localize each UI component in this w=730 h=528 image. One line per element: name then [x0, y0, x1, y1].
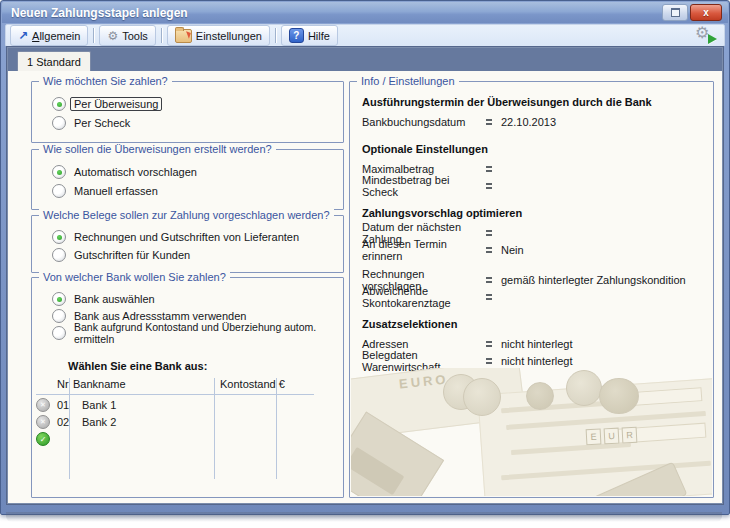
row-value: gemäß hinterlegter Zahlungskondition	[501, 274, 686, 286]
bank-row-new[interactable]	[36, 431, 335, 447]
help-icon: ?	[289, 28, 304, 43]
coin-shape	[599, 378, 639, 414]
row-value: Nein	[501, 244, 524, 256]
row-label: Bankbuchungsdatum	[362, 116, 486, 128]
eur-letter: R	[622, 427, 638, 444]
title-bar[interactable]: Neuen Zahlungsstapel anlegen x	[2, 2, 728, 23]
info-section-optionale: Optionale Einstellungen Maximalbetrag Mi…	[362, 143, 705, 194]
info-row: Belegdaten Warenwirtschaft nicht hinterl…	[362, 352, 705, 369]
form-line	[501, 461, 711, 481]
transfer-form-shape	[477, 378, 712, 496]
bank-table-header: Nr Bankname Kontostand €	[36, 378, 335, 393]
circle-x-icon	[36, 398, 50, 412]
folder-settings-icon	[175, 29, 192, 43]
toolbar-separator	[93, 28, 94, 43]
window-title: Neuen Zahlungsstapel anlegen	[2, 6, 188, 20]
group-title: Von welcher Bank wollen Sie zahlen?	[39, 271, 230, 283]
info-row: Mindestbetrag bei Scheck	[362, 177, 705, 194]
group-title: Wie sollen die Überweisungen erstellt we…	[39, 143, 276, 155]
circle-check-icon	[36, 432, 50, 446]
group-title: Wie möchten Sie zahlen?	[39, 75, 172, 87]
cell-nr: 02	[57, 416, 72, 428]
radio-manuell[interactable]: Manuell erfassen	[52, 183, 158, 199]
equals-icon	[486, 119, 492, 125]
close-button[interactable]: x	[690, 4, 722, 21]
radio-bank-auswaehlen[interactable]: Bank auswählen	[52, 291, 155, 307]
column-nr: Nr	[57, 378, 69, 390]
row-label: Abweichende Skontokarenztage	[362, 285, 486, 309]
toolbar: ↗ Allgemein ⚙ Tools Einstellungen ? Hilf…	[5, 24, 725, 47]
row-label: Belegdaten Warenwirtschaft	[362, 349, 486, 373]
radio-label: Bank aufgrund Kontostand und Überziehung…	[74, 321, 343, 345]
radio-label: Automatisch vorschlagen	[74, 166, 197, 178]
tools-button[interactable]: ⚙ Tools	[99, 25, 155, 46]
row-label: Mindestbetrag bei Scheck	[362, 174, 486, 198]
radio-icon	[52, 97, 66, 111]
restore-button[interactable]	[662, 4, 688, 21]
info-body: Ausführungstermin der Überweisungen durc…	[362, 96, 705, 382]
section-heading: Zahlungsvorschlag optimieren	[362, 207, 705, 219]
eur-letter: E	[586, 429, 602, 446]
tab-standard[interactable]: 1 Standard	[17, 51, 91, 71]
info-panel-title: Info / Einstellungen	[357, 75, 459, 87]
calculator-keys	[351, 447, 404, 495]
radio-icon	[52, 309, 66, 323]
section-heading: Zusatzselektionen	[362, 318, 705, 330]
radio-label: Bank auswählen	[74, 293, 155, 305]
radio-label: Per Überweisung	[70, 97, 162, 111]
info-row: An diesen Termin erinnern Nein	[362, 241, 705, 258]
form-box	[608, 423, 707, 445]
form-box	[620, 387, 703, 407]
column-bankname: Bankname	[73, 378, 126, 390]
radio-automatisch[interactable]: Automatisch vorschlagen	[52, 164, 197, 180]
tab-strip: 1 Standard	[7, 47, 723, 71]
window-drop-shadow	[6, 512, 722, 522]
allgemein-button[interactable]: ↗ Allgemein	[10, 25, 88, 46]
section-heading: Ausführungstermin der Überweisungen durc…	[362, 96, 705, 108]
hilfe-button[interactable]: ? Hilfe	[281, 25, 338, 46]
allgemein-label: Allgemein	[32, 30, 80, 42]
equals-icon	[486, 277, 492, 283]
close-icon: x	[703, 7, 709, 18]
coin-shape	[463, 378, 501, 416]
info-section-ausfuehrungstermin: Ausführungstermin der Überweisungen durc…	[362, 96, 705, 130]
toolbar-separator	[275, 28, 276, 43]
gear-run-button[interactable]: ⚙	[695, 25, 715, 43]
cell-nr: 01	[57, 399, 72, 411]
equals-icon	[486, 358, 492, 364]
radio-bank-automatisch[interactable]: Bank aufgrund Kontostand und Überziehung…	[52, 325, 343, 341]
equals-icon	[486, 183, 492, 189]
radio-rechnungen-lieferanten[interactable]: Rechnungen und Gutschriften von Lieferan…	[52, 229, 299, 245]
row-value: nicht hinterlegt	[501, 338, 573, 350]
radio-icon	[52, 230, 66, 244]
group-title: Welche Belege sollen zur Zahlung vorgesc…	[39, 209, 334, 221]
dialog-window: Neuen Zahlungsstapel anlegen x ↗ Allgeme…	[0, 0, 730, 515]
tab-label: 1 Standard	[27, 56, 81, 68]
info-row: Abweichende Skontokarenztage	[362, 288, 705, 305]
tab-container: 1 Standard Wie möchten Sie zahlen? Per Ü…	[6, 46, 724, 505]
bank-row-1[interactable]: 01 Bank 1	[36, 397, 335, 413]
radio-icon	[52, 165, 66, 179]
money-watermark-image: EURO E U R	[351, 368, 712, 496]
group-payment-method: Wie möchten Sie zahlen? Per Überweisung …	[31, 81, 344, 143]
arrow-up-right-icon: ↗	[18, 31, 28, 41]
radio-label: Gutschriften für Kunden	[74, 249, 190, 261]
bank-table: Nr Bankname Kontostand € 01 Bank 1	[36, 378, 335, 489]
form-line	[506, 411, 706, 430]
einstellungen-label: Einstellungen	[196, 30, 262, 42]
radio-icon	[52, 292, 66, 306]
radio-icon	[52, 326, 66, 340]
radio-gutschriften-kunden[interactable]: Gutschriften für Kunden	[52, 247, 190, 263]
bank-row-2[interactable]: 02 Bank 2	[36, 414, 335, 430]
einstellungen-button[interactable]: Einstellungen	[167, 25, 270, 46]
radio-label: Manuell erfassen	[74, 185, 158, 197]
radio-icon	[52, 248, 66, 262]
radio-per-scheck[interactable]: Per Scheck	[52, 115, 130, 131]
circle-x-icon	[36, 415, 50, 429]
calculator-shape	[351, 411, 444, 496]
eur-boxes: E U R	[586, 427, 638, 446]
gears-icon: ⚙	[107, 30, 118, 42]
restore-icon	[671, 8, 680, 17]
radio-per-ueberweisung[interactable]: Per Überweisung	[52, 96, 162, 112]
info-section-zusatzselektionen: Zusatzselektionen Adressen nicht hinterl…	[362, 318, 705, 369]
